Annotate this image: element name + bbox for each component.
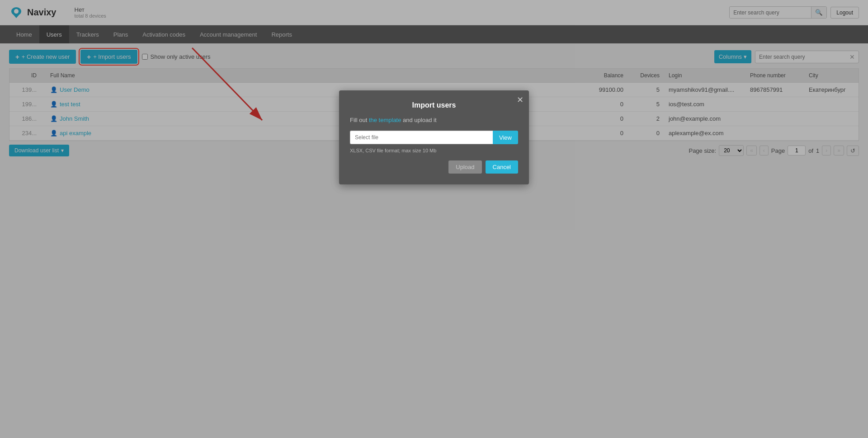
modal-overlay: ✕ Import users Fill out the template and…: [0, 0, 868, 160]
modal-description: Fill out the template and upload it: [350, 117, 518, 123]
import-users-modal: ✕ Import users Fill out the template and…: [339, 90, 529, 160]
file-input-field[interactable]: [350, 131, 493, 144]
modal-template-link[interactable]: the template: [369, 117, 401, 123]
modal-close-button[interactable]: ✕: [517, 95, 524, 105]
view-button[interactable]: View: [493, 131, 518, 144]
file-input-row: View: [350, 131, 518, 144]
modal-title: Import users: [350, 101, 518, 109]
file-hint: XLSX, CSV file format; max size 10 Mb: [350, 148, 518, 153]
modal-desc-suffix: and upload it: [401, 117, 436, 123]
modal-desc-prefix: Fill out: [350, 117, 369, 123]
